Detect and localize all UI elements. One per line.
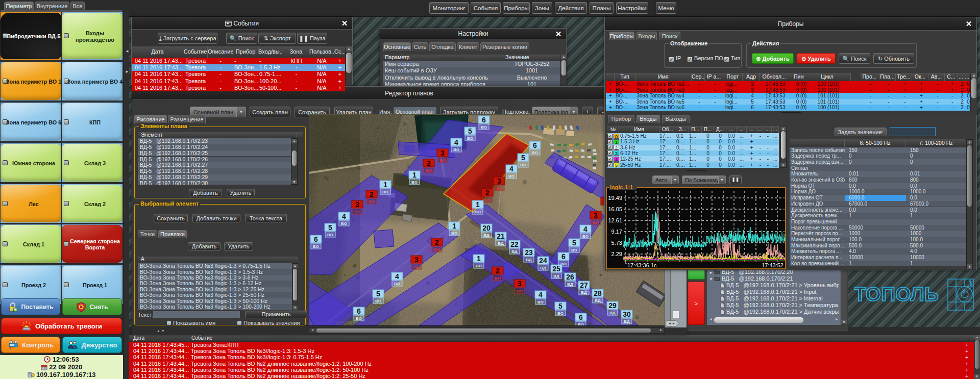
svg-text:ВД: ВД <box>498 241 504 246</box>
svg-text:17:43:36 1с: 17:43:36 1с <box>627 262 657 268</box>
svg-text:ВО: ВО <box>382 190 388 194</box>
svg-text:ВО: ВО <box>495 276 501 281</box>
svg-text:6: 6 <box>561 252 566 261</box>
svg-text:ТОПОЛЬ: ТОПОЛЬ <box>854 283 939 305</box>
svg-text:1: 1 <box>477 255 481 263</box>
svg-text:ВО: ВО <box>571 248 577 252</box>
svg-text:ВО: ВО <box>481 125 487 130</box>
svg-text:5: 5 <box>468 127 472 135</box>
svg-text:22: 22 <box>510 240 519 248</box>
svg-text:5: 5 <box>328 223 332 232</box>
svg-text:ВО: ВО <box>582 234 589 239</box>
svg-text:6: 6 <box>482 116 486 124</box>
svg-text:1: 1 <box>383 181 387 189</box>
svg-text:5: 5 <box>558 302 562 310</box>
svg-text:ВО: ВО <box>413 265 420 269</box>
svg-text:9.17: 9.17 <box>611 229 622 235</box>
svg-text:ВО: ВО <box>537 300 544 305</box>
svg-text:6: 6 <box>533 141 537 149</box>
svg-text:ВД: ВД <box>511 249 518 254</box>
svg-text:20: 20 <box>482 224 491 232</box>
svg-text:ВО: ВО <box>341 221 347 226</box>
svg-text:logic-1:1: logic-1:1 <box>610 184 633 190</box>
svg-text:1: 1 <box>452 222 456 230</box>
svg-text:ВО: ВО <box>557 311 564 316</box>
svg-text:2: 2 <box>370 190 374 198</box>
svg-text:26: 26 <box>566 273 574 281</box>
svg-text:ВД: ВД <box>609 311 616 315</box>
svg-text:4: 4 <box>538 291 543 299</box>
svg-text:2: 2 <box>485 189 489 197</box>
svg-text:12.61: 12.61 <box>608 217 622 223</box>
svg-text:ВО: ВО <box>434 247 440 252</box>
svg-text:3: 3 <box>355 200 359 209</box>
svg-text:ВО: ВО <box>394 282 400 286</box>
svg-text:ВД: ВД <box>553 274 559 279</box>
svg-text:30: 30 <box>623 310 631 318</box>
svg-text:ВО: ВО <box>313 244 319 249</box>
svg-text:ВО: ВО <box>369 199 375 204</box>
svg-text:ВО: ВО <box>327 233 333 237</box>
svg-text:ВД: ВД <box>595 298 601 303</box>
svg-text:ВО: ВО <box>451 231 457 236</box>
svg-text:ВО: ВО <box>476 264 482 268</box>
svg-text:ВД: ВД <box>540 266 546 270</box>
svg-text:ВД: ВД <box>526 258 532 262</box>
svg-text:1: 1 <box>476 200 480 209</box>
svg-text:5.73: 5.73 <box>611 240 622 246</box>
svg-text:4: 4 <box>342 212 346 220</box>
svg-text:29: 29 <box>608 301 617 310</box>
svg-text:ВО: ВО <box>439 158 446 163</box>
svg-text:ВО: ВО <box>375 299 381 304</box>
svg-text:ВО: ВО <box>354 210 360 214</box>
svg-text:5: 5 <box>521 154 525 162</box>
svg-text:ВО: ВО <box>508 174 514 179</box>
svg-text:4: 4 <box>509 165 513 173</box>
svg-text:28: 28 <box>594 289 602 297</box>
svg-text:3: 3 <box>440 149 445 157</box>
svg-text:19.49: 19.49 <box>608 195 622 201</box>
svg-text:ВО: ВО <box>520 163 526 167</box>
svg-text:ВО: ВО <box>496 186 502 191</box>
svg-text:5: 5 <box>376 290 380 298</box>
svg-text:ВД: ВД <box>624 319 630 324</box>
svg-text:ВО: ВО <box>411 180 418 185</box>
svg-text:ВО: ВО <box>484 198 491 203</box>
svg-text:ВО: ВО <box>560 262 567 266</box>
svg-text:2.29: 2.29 <box>611 251 622 257</box>
svg-text:6: 6 <box>357 307 361 315</box>
svg-text:1: 1 <box>412 171 416 179</box>
svg-text:ВО: ВО <box>517 289 523 293</box>
svg-text:ВО: ВО <box>426 168 432 173</box>
svg-text:3: 3 <box>594 211 598 219</box>
svg-text:3: 3 <box>414 256 419 264</box>
svg-text:4: 4 <box>454 138 458 146</box>
svg-text:ВД: ВД <box>483 233 489 238</box>
svg-text:ВД: ВД <box>567 282 573 287</box>
svg-text:3: 3 <box>962 288 965 294</box>
svg-text:24: 24 <box>539 257 547 265</box>
svg-text:ВД: ВД <box>581 290 587 295</box>
svg-text:ВО: ВО <box>453 147 459 152</box>
svg-text:ВО: ВО <box>356 316 362 321</box>
svg-text:2: 2 <box>435 238 439 246</box>
svg-text:3: 3 <box>518 280 522 288</box>
svg-text:ВО: ВО <box>475 210 481 214</box>
svg-text:16.05: 16.05 <box>608 206 622 212</box>
svg-text:4: 4 <box>583 225 587 233</box>
svg-text:ВО: ВО <box>593 220 599 225</box>
svg-text:2: 2 <box>427 159 431 167</box>
svg-text:23: 23 <box>525 248 533 257</box>
svg-text:17:43:52: 17:43:52 <box>762 262 783 268</box>
svg-text:6: 6 <box>579 313 583 321</box>
svg-text:21: 21 <box>497 232 505 240</box>
svg-text:3: 3 <box>497 177 501 185</box>
svg-text:4: 4 <box>395 272 399 281</box>
svg-text:ВО: ВО <box>467 136 473 141</box>
svg-text:6: 6 <box>314 235 318 243</box>
svg-text:27: 27 <box>580 281 588 289</box>
svg-text:ВО: ВО <box>532 150 538 155</box>
svg-text:5: 5 <box>572 239 576 247</box>
svg-text:2: 2 <box>496 267 500 275</box>
